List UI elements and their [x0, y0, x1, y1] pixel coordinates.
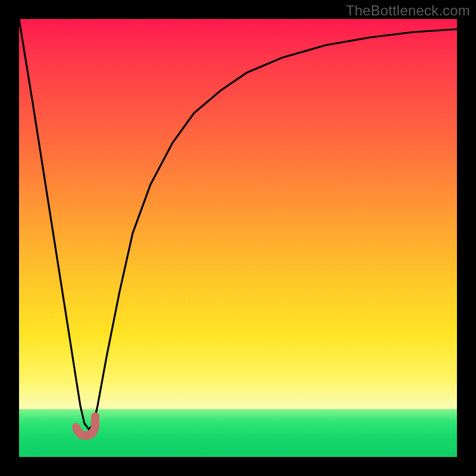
curve-layer [19, 19, 457, 457]
chart-frame: TheBottleneck.com [0, 0, 476, 476]
plot-area [19, 19, 457, 457]
watermark-text: TheBottleneck.com [346, 2, 470, 19]
bottleneck-curve [19, 19, 457, 430]
